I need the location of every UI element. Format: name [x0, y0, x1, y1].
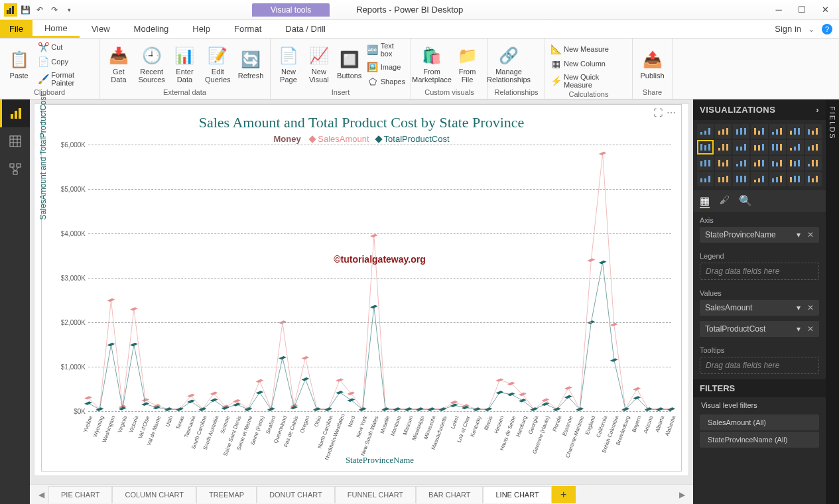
viz-type-icon[interactable] — [733, 172, 749, 186]
chevron-down-icon[interactable]: ⌄ — [808, 24, 815, 34]
page-tab[interactable]: TREEMAP — [196, 486, 257, 503]
visualizations-header[interactable]: VISUALIZATIONS› — [693, 99, 826, 120]
shapes-button[interactable]: ⬠Shapes — [366, 75, 407, 88]
paste-button[interactable]: 📋Paste — [4, 41, 34, 88]
viz-type-icon[interactable] — [715, 172, 732, 186]
sign-in-link[interactable]: Sign in — [775, 24, 801, 34]
remove-icon[interactable]: ✕ — [803, 303, 814, 312]
legend-field-well[interactable]: Drag data fields here — [700, 263, 819, 280]
textbox-button[interactable]: 🔤Text box — [366, 40, 407, 59]
from-file-button[interactable]: 📁From File — [451, 41, 484, 88]
buttons-button[interactable]: 🔲Buttons — [336, 41, 363, 88]
viz-type-icon[interactable] — [697, 172, 714, 186]
remove-icon[interactable]: ✕ — [803, 324, 814, 334]
publish-button[interactable]: 📤Publish — [637, 41, 668, 88]
report-view-button[interactable] — [0, 99, 30, 127]
page-tab[interactable]: PIE CHART — [48, 486, 112, 503]
image-button[interactable]: 🖼️Image — [366, 60, 407, 74]
axis-field-well[interactable]: StateProvinceName▾✕ — [700, 227, 819, 243]
viz-type-icon[interactable] — [769, 156, 786, 170]
tab-next-button[interactable]: ▶ — [675, 490, 689, 499]
viz-type-icon[interactable] — [769, 124, 786, 139]
new-column-button[interactable]: ▦New Column — [549, 57, 628, 70]
format-tab[interactable]: 🖌 — [719, 194, 730, 208]
more-options-icon[interactable]: ⋯ — [667, 107, 676, 118]
model-view-button[interactable] — [0, 155, 30, 183]
maximize-button[interactable]: ☐ — [791, 3, 813, 17]
menu-tab-format[interactable]: Format — [222, 20, 273, 38]
menu-tab-modeling[interactable]: Modeling — [122, 20, 181, 38]
viz-type-icon[interactable] — [715, 140, 732, 155]
viz-type-icon[interactable] — [805, 124, 822, 139]
new-page-button[interactable]: 📄New Page — [275, 41, 302, 88]
analytics-tab[interactable]: 🔍 — [739, 194, 752, 208]
value-field-well[interactable]: TotalProductCost▾✕ — [700, 321, 819, 337]
get-data-button[interactable]: 📥Get Data — [103, 41, 134, 88]
viz-type-icon[interactable] — [751, 140, 767, 155]
page-tab[interactable]: FUNNEL CHART — [335, 486, 416, 503]
recent-sources-button[interactable]: 🕘Recent Sources — [137, 41, 167, 88]
viz-type-icon[interactable] — [697, 156, 714, 170]
report-page[interactable]: ⛶ ⋯ Sales Amount and Total Product Cost … — [34, 103, 689, 476]
viz-type-icon[interactable] — [751, 124, 767, 139]
viz-type-icon[interactable] — [733, 124, 749, 139]
viz-type-icon[interactable] — [697, 140, 714, 155]
refresh-button[interactable]: 🔄Refresh — [235, 41, 266, 88]
cut-button[interactable]: ✂️Cut — [36, 40, 95, 54]
filters-header[interactable]: FILTERS — [693, 379, 826, 397]
filter-item[interactable]: SalesAmount (All) — [700, 414, 819, 430]
viz-type-icon[interactable] — [733, 156, 749, 170]
menu-tab-help[interactable]: Help — [180, 20, 222, 38]
viz-type-icon[interactable] — [805, 172, 822, 186]
viz-type-icon[interactable] — [751, 156, 767, 170]
menu-tab-home[interactable]: Home — [32, 20, 80, 38]
viz-type-icon[interactable] — [715, 156, 732, 170]
viz-type-icon[interactable] — [751, 172, 767, 186]
filter-item[interactable]: StateProvinceName (All) — [700, 432, 819, 448]
viz-type-icon[interactable] — [715, 124, 732, 139]
new-visual-button[interactable]: 📈New Visual — [305, 41, 333, 88]
focus-mode-icon[interactable]: ⛶ — [653, 107, 663, 118]
save-icon[interactable]: 💾 — [19, 3, 32, 17]
file-menu[interactable]: File — [0, 20, 32, 38]
close-button[interactable]: ✕ — [814, 3, 836, 17]
remove-icon[interactable]: ✕ — [803, 230, 814, 239]
viz-type-icon[interactable] — [805, 140, 822, 155]
viz-type-icon[interactable] — [787, 172, 804, 186]
data-view-button[interactable] — [0, 127, 30, 155]
dropdown-icon[interactable]: ▾ — [797, 324, 801, 334]
visual-frame[interactable]: ⛶ ⋯ Sales Amount and Total Product Cost … — [41, 104, 682, 472]
page-tab[interactable]: DONUT CHART — [257, 486, 335, 503]
dropdown-icon[interactable]: ▾ — [797, 230, 801, 239]
viz-type-icon[interactable] — [787, 140, 804, 155]
page-tab[interactable]: COLUMN CHART — [112, 486, 196, 503]
fields-tab[interactable]: ▦ — [700, 194, 710, 208]
redo-icon[interactable]: ↷ — [48, 3, 61, 17]
edit-queries-button[interactable]: 📝Edit Queries — [202, 41, 233, 88]
qat-dropdown-icon[interactable]: ▾ — [62, 3, 76, 17]
enter-data-button[interactable]: 📊Enter Data — [170, 41, 200, 88]
help-icon[interactable]: ? — [822, 24, 832, 34]
viz-type-icon[interactable] — [769, 172, 786, 186]
viz-type-icon[interactable] — [697, 124, 714, 139]
viz-type-icon[interactable] — [769, 140, 786, 155]
menu-tab-data---drill[interactable]: Data / Drill — [273, 20, 338, 38]
dropdown-icon[interactable]: ▾ — [797, 303, 801, 312]
tooltips-field-well[interactable]: Drag data fields here — [700, 357, 819, 374]
menu-tab-view[interactable]: View — [80, 20, 122, 38]
viz-type-icon[interactable] — [805, 156, 822, 170]
quick-measure-button[interactable]: ⚡New Quick Measure — [549, 72, 628, 90]
fields-panel-collapsed[interactable]: FIELDS — [826, 99, 839, 504]
manage-relationships-button[interactable]: 🔗Manage Relationships — [492, 41, 525, 88]
undo-icon[interactable]: ↶ — [33, 3, 46, 17]
format-painter-button[interactable]: 🖌️Format Painter — [36, 70, 95, 88]
new-measure-button[interactable]: 📐New Measure — [549, 42, 628, 56]
value-field-well[interactable]: SalesAmount▾✕ — [700, 300, 819, 316]
copy-button[interactable]: 📄Copy — [36, 55, 95, 68]
viz-type-icon[interactable] — [733, 140, 749, 155]
tab-prev-button[interactable]: ◀ — [34, 490, 48, 499]
viz-type-icon[interactable] — [787, 124, 804, 139]
add-page-button[interactable]: + — [552, 486, 576, 503]
page-tab[interactable]: LINE CHART — [483, 486, 551, 503]
page-tab[interactable]: BAR CHART — [416, 486, 483, 503]
